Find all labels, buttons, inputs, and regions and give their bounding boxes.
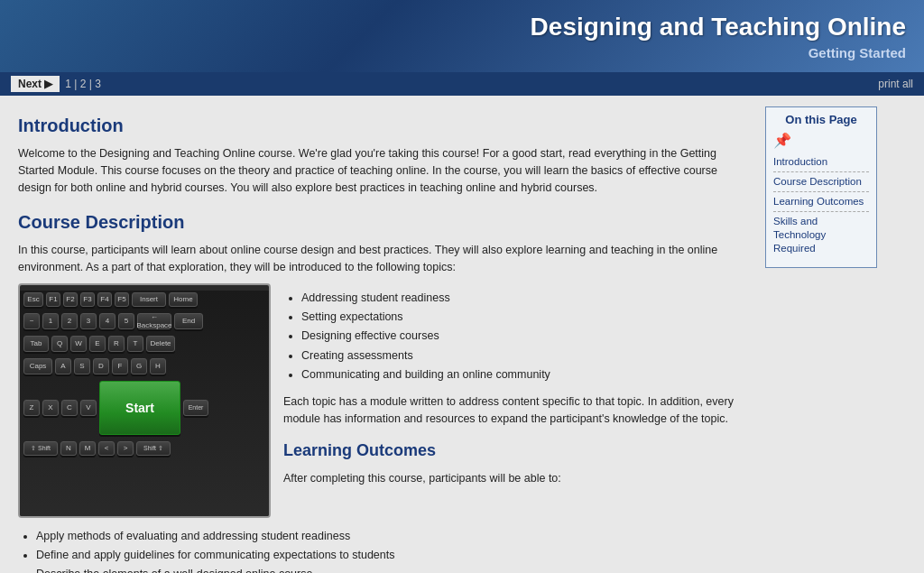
key-shift: ⇧ Shift — [23, 441, 58, 456]
keyboard-bg: Esc F1 F2 F3 F4 F5 Insert Home ~ 1 — [20, 291, 269, 518]
key-insert: Insert — [132, 292, 166, 307]
key-f3: F3 — [80, 292, 95, 307]
course-bullets: Addressing student readiness Setting exp… — [301, 289, 740, 384]
key-5: 5 — [118, 313, 134, 329]
on-this-page-title: On this Page — [773, 113, 869, 126]
key-lt: < — [98, 441, 115, 456]
sidebar-link-intro[interactable]: Introduction — [773, 152, 869, 172]
course-desc-layout: Esc F1 F2 F3 F4 F5 Insert Home ~ 1 — [18, 283, 740, 518]
key-r: R — [108, 336, 125, 352]
key-f1: F1 — [46, 292, 60, 307]
key-gt: > — [117, 441, 134, 456]
keyboard-image: Esc F1 F2 F3 F4 F5 Insert Home ~ 1 — [18, 283, 271, 518]
course-desc-intro: In this course, participants will learn … — [18, 242, 740, 276]
key-end: End — [174, 313, 203, 329]
key-g: G — [131, 358, 147, 374]
key-tab: Tab — [23, 336, 49, 352]
key-x: X — [42, 400, 59, 416]
sidebar-link-course-desc[interactable]: Course Description — [773, 172, 869, 192]
navbar: Next ▶ 1 | 2 | 3 print all — [0, 72, 924, 96]
bullet-3: Designing effective courses — [301, 327, 740, 346]
key-s: S — [74, 358, 90, 374]
intro-text: Welcome to the Designing and Teaching On… — [18, 145, 740, 196]
next-button[interactable]: Next ▶ — [11, 76, 60, 92]
sidebar-link-skills[interactable]: Skills and Technology Required — [773, 212, 869, 258]
key-v: V — [80, 400, 97, 416]
main-layout: Introduction Welcome to the Designing an… — [0, 96, 924, 573]
learning-outcomes-intro: After completing this course, participan… — [283, 470, 740, 487]
key-tilde: ~ — [23, 313, 40, 329]
key-w: W — [70, 336, 87, 352]
on-this-page-box: On this Page 📌 Introduction Course Descr… — [765, 106, 877, 268]
outcome-3: Describe the elements of a well-designed… — [36, 565, 740, 573]
course-desc-section: Course Description In this course, parti… — [18, 212, 740, 518]
intro-heading: Introduction — [18, 116, 740, 136]
key-f5: F5 — [115, 292, 129, 307]
key-backspace: ← Backspace — [137, 313, 171, 329]
outcome-2: Define and apply guidelines for communic… — [36, 546, 740, 565]
course-followup: Each topic has a module written to addre… — [283, 393, 740, 428]
key-e: E — [89, 336, 106, 352]
pin-icon: 📌 — [773, 132, 869, 149]
key-f4: F4 — [97, 292, 112, 307]
start-key: Start — [99, 381, 180, 435]
key-f: F — [112, 358, 128, 374]
bullet-5: Communicating and building an online com… — [301, 365, 740, 384]
bullet-2: Setting expectations — [301, 308, 740, 327]
print-all-link[interactable]: print all — [878, 78, 913, 90]
sidebar: On this Page 📌 Introduction Course Descr… — [758, 96, 884, 573]
key-q: Q — [51, 336, 68, 352]
key-rshift: Shift ⇧ — [136, 441, 171, 456]
key-d: D — [93, 358, 109, 374]
key-z: Z — [23, 400, 40, 416]
key-c: C — [61, 400, 78, 416]
bullet-1: Addressing student readiness — [301, 289, 740, 308]
key-m: M — [79, 441, 96, 456]
key-f2: F2 — [63, 292, 78, 307]
key-n: N — [60, 441, 77, 456]
page-subtitle: Getting Started — [808, 45, 906, 60]
key-t: T — [127, 336, 143, 352]
bullet-4: Creating assessments — [301, 347, 740, 365]
key-caps: Caps — [23, 358, 52, 374]
navbar-left: Next ▶ 1 | 2 | 3 — [11, 76, 101, 92]
outcomes-list: Apply methods of evaluating and addressi… — [36, 527, 740, 573]
course-desc-heading: Course Description — [18, 212, 740, 233]
key-h: H — [150, 358, 166, 374]
key-a: A — [55, 358, 71, 374]
key-delete: Delete — [146, 336, 175, 352]
key-3: 3 — [80, 313, 97, 329]
page-numbers: 1 | 2 | 3 — [65, 78, 101, 90]
course-right-text: Addressing student readiness Setting exp… — [283, 283, 740, 518]
key-esc: Esc — [23, 292, 43, 307]
learning-outcomes-heading: Learning Outcomes — [283, 439, 740, 463]
page-header: Designing and Teaching Online Getting St… — [0, 0, 924, 72]
page-title: Designing and Teaching Online — [531, 13, 906, 42]
outcome-1: Apply methods of evaluating and addressi… — [36, 527, 740, 546]
key-1: 1 — [42, 313, 59, 329]
content-area: Introduction Welcome to the Designing an… — [0, 96, 758, 573]
sidebar-link-learning-outcomes[interactable]: Learning Outcomes — [773, 192, 869, 212]
key-enter: Enter — [183, 400, 208, 416]
key-2: 2 — [61, 313, 78, 329]
key-home: Home — [169, 292, 198, 307]
key-4: 4 — [99, 313, 116, 329]
